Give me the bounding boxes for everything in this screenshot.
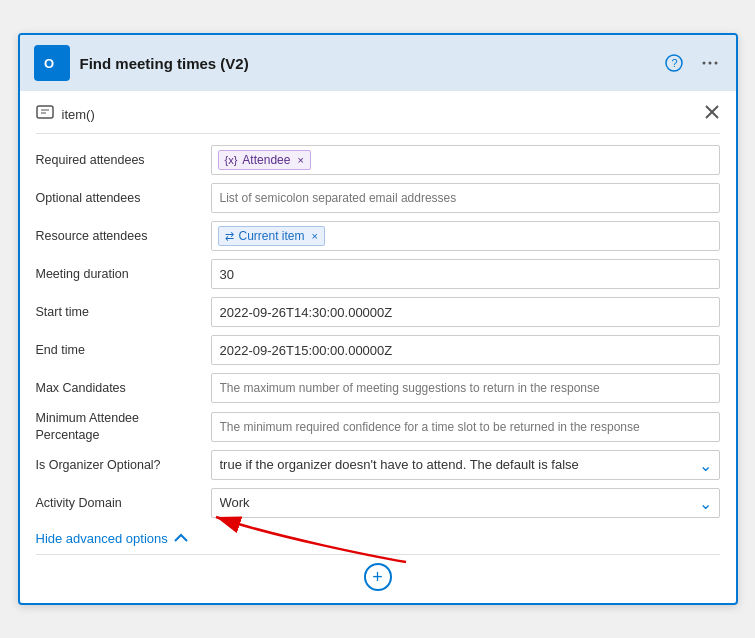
required-attendees-row: Required attendees {x} Attendee × <box>36 144 720 176</box>
start-time-row: Start time <box>36 296 720 328</box>
attendee-tag-label: Attendee <box>242 153 290 167</box>
activity-domain-select-wrapper: Work Personal Unrestricted Unknown ⌄ <box>211 488 720 518</box>
item-label: item() <box>62 107 95 122</box>
organizer-optional-row: Is Organizer Optional? true if the organ… <box>36 449 720 481</box>
organizer-optional-label: Is Organizer Optional? <box>36 457 211 473</box>
app-icon: O <box>34 45 70 81</box>
activity-domain-label: Activity Domain <box>36 495 211 511</box>
meeting-duration-label: Meeting duration <box>36 266 211 282</box>
min-attendee-input[interactable] <box>211 412 720 442</box>
hide-advanced-row: Hide advanced options <box>36 531 720 546</box>
resource-attendees-label: Resource attendees <box>36 228 211 244</box>
end-time-input[interactable] <box>211 335 720 365</box>
organizer-optional-select[interactable]: true if the organizer doesn't have to at… <box>211 450 720 480</box>
current-item-tag-label: Current item <box>239 229 305 243</box>
current-item-tag: ⇄ Current item × <box>218 226 325 246</box>
optional-attendees-label: Optional attendees <box>36 190 211 206</box>
tag-sync-icon: ⇄ <box>225 230 234 243</box>
svg-text:O: O <box>44 56 54 71</box>
form-area: Required attendees {x} Attendee × Option… <box>36 144 720 546</box>
header-left: O Find meeting times (V2) <box>34 45 249 81</box>
min-attendee-row: Minimum Attendee Percentage <box>36 410 720 443</box>
activity-domain-select[interactable]: Work Personal Unrestricted Unknown <box>211 488 720 518</box>
max-candidates-input[interactable] <box>211 373 720 403</box>
required-attendees-label: Required attendees <box>36 152 211 168</box>
organizer-optional-select-wrapper: true if the organizer doesn't have to at… <box>211 450 720 480</box>
end-time-row: End time <box>36 334 720 366</box>
tag-expression-icon: {x} <box>225 154 238 166</box>
optional-attendees-input[interactable] <box>211 183 720 213</box>
svg-rect-7 <box>37 106 53 118</box>
svg-text:?: ? <box>671 57 677 69</box>
item-icon <box>36 103 54 125</box>
hide-advanced-link[interactable]: Hide advanced options <box>36 531 720 546</box>
attendee-tag-close[interactable]: × <box>297 154 303 166</box>
activity-domain-row: Activity Domain Work Personal Unrestrict… <box>36 487 720 519</box>
min-attendee-label: Minimum Attendee Percentage <box>36 410 211 443</box>
chevron-up-icon <box>174 533 188 543</box>
meeting-duration-input[interactable] <box>211 259 720 289</box>
hide-advanced-label: Hide advanced options <box>36 531 168 546</box>
bottom-bar: + <box>36 554 720 595</box>
header-title: Find meeting times (V2) <box>80 55 249 72</box>
optional-attendees-row: Optional attendees <box>36 182 720 214</box>
start-time-input[interactable] <box>211 297 720 327</box>
resource-attendees-input[interactable]: ⇄ Current item × <box>211 221 720 251</box>
start-time-label: Start time <box>36 304 211 320</box>
attendee-tag: {x} Attendee × <box>218 150 311 170</box>
meeting-duration-row: Meeting duration <box>36 258 720 290</box>
divider <box>36 133 720 134</box>
close-button[interactable] <box>704 104 720 124</box>
current-item-tag-close[interactable]: × <box>312 230 318 242</box>
svg-point-5 <box>708 62 711 65</box>
help-button[interactable]: ? <box>662 51 686 75</box>
more-options-button[interactable] <box>698 51 722 75</box>
svg-point-4 <box>702 62 705 65</box>
card-body: item() Required attendees {x} Attendee × <box>20 91 736 603</box>
required-attendees-input[interactable]: {x} Attendee × <box>211 145 720 175</box>
end-time-label: End time <box>36 342 211 358</box>
item-row: item() <box>36 103 720 125</box>
card-header: O Find meeting times (V2) ? <box>20 35 736 91</box>
main-card: O Find meeting times (V2) ? item() <box>18 33 738 605</box>
max-candidates-label: Max Candidates <box>36 380 211 396</box>
add-button[interactable]: + <box>364 563 392 591</box>
svg-point-6 <box>714 62 717 65</box>
resource-attendees-row: Resource attendees ⇄ Current item × <box>36 220 720 252</box>
max-candidates-row: Max Candidates <box>36 372 720 404</box>
header-right: ? <box>662 51 722 75</box>
